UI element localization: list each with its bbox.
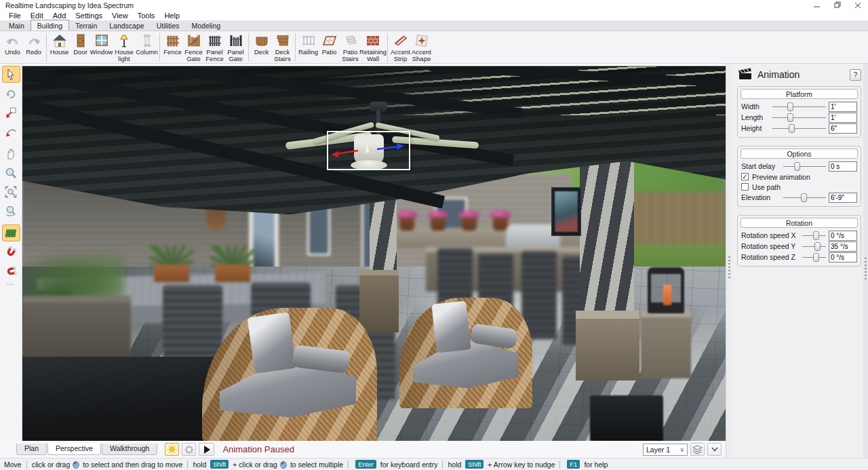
window-button[interactable]: Window [91, 33, 112, 56]
panel-gate-button[interactable]: Panel Gate [225, 33, 246, 62]
view-tab-perspective[interactable]: Perspective [47, 444, 101, 455]
restore-button[interactable] [827, 0, 848, 10]
minimize-button[interactable] [807, 0, 827, 10]
select-tool[interactable] [2, 66, 20, 83]
rotation-z-field[interactable] [829, 252, 857, 262]
edit-curve-tool[interactable] [2, 123, 20, 140]
tab-landscape[interactable]: Landscape [103, 20, 150, 31]
layers-icon [692, 445, 703, 454]
door-button[interactable]: Door [70, 33, 91, 56]
length-row: Length [741, 112, 858, 123]
length-field[interactable] [829, 113, 857, 123]
deck-button[interactable]: Deck [251, 33, 272, 56]
tab-building[interactable]: Building [31, 20, 69, 31]
viewport-3d-canvas[interactable] [22, 66, 726, 441]
slider-thumb[interactable] [814, 242, 821, 251]
undo-button[interactable]: Undo [2, 33, 23, 56]
magnet-snap-tool[interactable] [2, 243, 20, 260]
length-slider[interactable] [772, 113, 826, 123]
slider-thumb[interactable] [789, 124, 795, 133]
menu-edit[interactable]: Edit [26, 12, 48, 20]
view-object-tool[interactable] [2, 202, 20, 219]
tool-overflow-indicator[interactable]: ... [7, 281, 14, 284]
rotation-y-slider[interactable] [802, 241, 826, 252]
angle-snap-tool[interactable] [2, 262, 20, 279]
expand-button[interactable] [707, 443, 722, 456]
play-animation-button[interactable] [199, 443, 214, 456]
shift-key-badge: Shift [210, 460, 229, 469]
elevation-field[interactable] [829, 193, 857, 203]
layers-button[interactable] [690, 443, 705, 456]
menu-view[interactable]: View [107, 12, 133, 20]
width-slider[interactable] [772, 102, 826, 112]
panel-splitter[interactable] [726, 64, 732, 458]
rotate-tool[interactable] [2, 85, 20, 102]
lighting-button[interactable] [165, 443, 179, 456]
rotation-z-slider[interactable] [802, 252, 826, 262]
column-button[interactable]: Column [136, 33, 157, 56]
accent-shape-button[interactable]: Accent Shape [411, 33, 432, 62]
menu-file[interactable]: File [4, 12, 26, 20]
rotation-x-slider[interactable] [802, 231, 826, 241]
retaining-wall-button[interactable]: Retaining Wall [361, 33, 385, 62]
view-tab-walkthrough[interactable]: Walkthrough [102, 444, 158, 455]
splitter-grip[interactable] [728, 256, 730, 279]
view-tab-plan[interactable]: Plan [16, 444, 47, 455]
fence-button[interactable]: Fence [162, 33, 183, 56]
preview-animation-row[interactable]: ✓ Preview animation [741, 172, 858, 182]
move-point-tool[interactable] [2, 104, 20, 121]
tab-terrain[interactable]: Terrain [69, 20, 103, 31]
slider-thumb[interactable] [794, 162, 800, 171]
hint-help: F1 for help [565, 460, 608, 469]
house-button[interactable]: House [49, 33, 70, 56]
close-button[interactable] [848, 0, 868, 10]
menu-tools[interactable]: Tools [133, 12, 160, 20]
panel-edge-grip[interactable] [865, 258, 867, 281]
lantern-pillar [641, 311, 691, 378]
menu-settings[interactable]: Settings [71, 12, 107, 20]
options-group-header[interactable]: Options [741, 149, 858, 159]
rotation-y-field[interactable] [829, 241, 857, 252]
edit-curve-icon [5, 125, 17, 138]
height-slider[interactable] [772, 123, 826, 134]
start-delay-slider[interactable] [783, 161, 826, 172]
help-button[interactable]: ? [850, 69, 861, 81]
menu-add[interactable]: Add [48, 12, 71, 20]
rotation-x-field[interactable] [829, 231, 857, 241]
slider-thumb[interactable] [787, 102, 793, 111]
panel-fence-button[interactable]: Panel Fence [204, 33, 225, 62]
rotation-group-header[interactable]: Rotation [741, 218, 858, 228]
slider-thumb[interactable] [813, 253, 819, 262]
preview-animation-checkbox[interactable]: ✓ [741, 173, 749, 180]
slider-thumb[interactable] [787, 113, 793, 122]
panel-scrollbar[interactable] [863, 64, 868, 458]
deck-stairs-button[interactable]: Deck Stairs [272, 33, 293, 62]
use-path-row[interactable]: Use path [741, 182, 858, 192]
slider-thumb[interactable] [813, 231, 819, 240]
grid-snap-tool[interactable] [2, 224, 20, 241]
close-icon [854, 2, 861, 9]
pan-tool[interactable] [2, 145, 20, 162]
fence-gate-button[interactable]: Fence Gate [183, 33, 204, 62]
start-delay-field[interactable] [829, 161, 857, 172]
width-field[interactable] [829, 102, 857, 112]
zoom-tool[interactable] [2, 164, 20, 181]
render-settings-button[interactable] [182, 443, 196, 456]
redo-button[interactable]: Redo [23, 33, 44, 56]
menu-help[interactable]: Help [159, 12, 184, 20]
tab-main[interactable]: Main [3, 20, 31, 31]
accent-strip-button[interactable]: Accent Strip [390, 33, 411, 62]
railing-button[interactable]: Railing [298, 33, 319, 56]
slider-thumb[interactable] [801, 193, 807, 202]
use-path-checkbox[interactable] [741, 183, 749, 191]
tab-modeling[interactable]: Modeling [185, 20, 226, 31]
elevation-slider[interactable] [783, 193, 826, 203]
zoom-region-tool[interactable] [2, 183, 20, 200]
height-field[interactable] [829, 123, 857, 134]
patio-button[interactable]: Patio [319, 33, 340, 56]
layer-select[interactable]: Layer 1 ∨ [643, 444, 688, 456]
patio-stairs-button[interactable]: Patio Stairs [340, 33, 361, 62]
house-light-button[interactable]: House light [112, 33, 136, 62]
platform-group-header[interactable]: Platform [741, 89, 858, 99]
tab-utilities[interactable]: Utilities [151, 20, 186, 31]
